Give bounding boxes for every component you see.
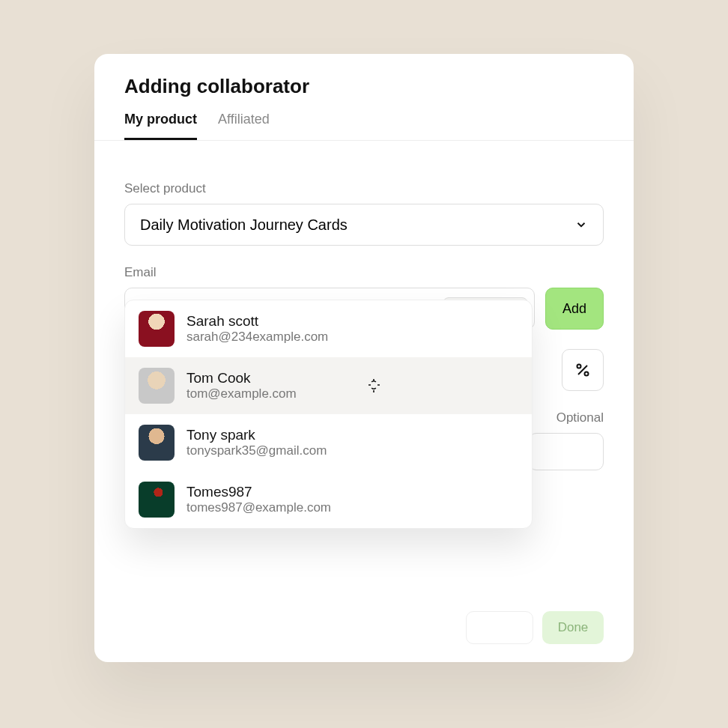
- suggestion-email: sarah@234example.com: [186, 330, 328, 345]
- avatar: [139, 482, 175, 518]
- right-column: Optional: [529, 349, 604, 470]
- tabs: My product Affiliated: [94, 112, 634, 141]
- add-button[interactable]: Add: [545, 288, 604, 330]
- product-select[interactable]: Daily Motivation Journey Cards: [124, 204, 604, 246]
- svg-line-2: [578, 365, 587, 374]
- suggestion-item[interactable]: Tony spark tonyspark35@gmail.com: [125, 414, 532, 471]
- avatar: [139, 311, 175, 347]
- percent-button[interactable]: [562, 349, 604, 391]
- optional-label: Optional: [556, 410, 604, 425]
- add-collaborator-modal: Adding collaborator My product Affiliate…: [94, 54, 634, 662]
- avatar: [139, 368, 175, 404]
- suggestion-email: tonyspark35@gmail.com: [186, 443, 327, 458]
- tab-affiliated[interactable]: Affiliated: [218, 112, 270, 140]
- cursor-icon: [367, 377, 382, 394]
- svg-point-0: [577, 365, 581, 368]
- suggestion-email: tomes987@example.com: [186, 500, 331, 515]
- avatar: [139, 425, 175, 461]
- suggestion-item[interactable]: Sarah scott sarah@234example.com: [125, 300, 532, 357]
- suggestion-item[interactable]: Tomes987 tomes987@example.com: [125, 471, 532, 528]
- select-product-label: Select product: [124, 181, 604, 196]
- cancel-button[interactable]: [466, 611, 533, 644]
- percent-icon: [574, 361, 592, 379]
- email-label: Email: [124, 265, 604, 280]
- suggestion-name: Sarah scott: [186, 313, 328, 330]
- suggestion-name: Tom Cook: [186, 370, 297, 386]
- suggestion-item[interactable]: Tom Cook tom@example.com: [125, 357, 532, 414]
- suggestion-name: Tony spark: [186, 427, 327, 443]
- svg-point-1: [585, 372, 589, 376]
- tab-my-product[interactable]: My product: [124, 112, 197, 140]
- done-button[interactable]: Done: [542, 611, 604, 644]
- modal-title: Adding collaborator: [124, 75, 604, 98]
- suggestion-email: tom@example.com: [186, 386, 297, 401]
- email-suggestions: Sarah scott sarah@234example.com Tom Coo…: [124, 300, 533, 529]
- optional-input[interactable]: [529, 433, 604, 470]
- suggestion-name: Tomes987: [186, 484, 331, 500]
- chevron-down-icon: [574, 218, 588, 231]
- product-select-value: Daily Motivation Journey Cards: [140, 216, 348, 234]
